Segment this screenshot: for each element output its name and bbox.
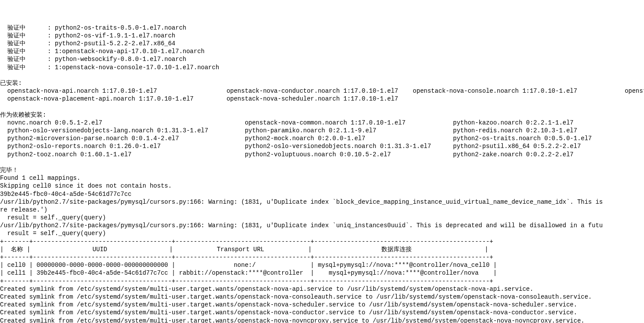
verify-line: 验证中 : python-websockify-0.8.0-1.el7.noar… — [0, 56, 186, 63]
table-separator: +-------+-------------------------------… — [0, 278, 493, 285]
installed-row: openstack-nova-api.noarch 1:17.0.10-1.el… — [0, 87, 644, 94]
message-line: result = self._query(query) — [0, 214, 106, 221]
verify-line: 验证中 : 1:openstack-nova-console-17.0.10-1… — [0, 64, 219, 71]
table-row: | cell0 | 00000000-0000-0000-0000-000000… — [0, 262, 497, 269]
message-line: /usr/lib/python2.7/site-packages/pymysql… — [0, 199, 603, 205]
installed-row: openstack-nova-placement-api.noarch 1:17… — [0, 95, 398, 102]
table-row: | cell1 | 39b2e445-fbc0-40c4-a5de-54c61d… — [0, 269, 497, 276]
table-separator: +-------+-------------------------------… — [0, 254, 493, 261]
symlink-line: Created symlink from /etc/systemd/system… — [0, 317, 584, 323]
deps-row: novnc.noarch 0:0.5.1-2.el7 openstack-nov… — [0, 119, 644, 126]
blank-line — [0, 72, 3, 79]
deps-row: python2-oslo-reports.noarch 0:1.26.0-1.e… — [0, 143, 644, 150]
done-label: 完毕！ — [0, 167, 18, 174]
symlink-line: Created symlink from /etc/systemd/system… — [0, 293, 592, 300]
terminal-output[interactable]: 验证中 : python2-os-traits-0.5.0-1.el7.noar… — [0, 24, 644, 323]
message-line: Found 1 cell mappings. — [0, 175, 80, 182]
symlink-line: Created symlink from /etc/systemd/system… — [0, 309, 577, 316]
blank-line — [0, 159, 3, 166]
message-line: result = self._query(query) — [0, 230, 106, 237]
installed-header: 已安装: — [0, 80, 22, 87]
deps-row: python2-tooz.noarch 0:1.60.1-1.el7 pytho… — [0, 151, 644, 158]
verify-line: 验证中 : python2-os-vif-1.9.1-1.el7.noarch — [0, 32, 175, 39]
deps-row: python-oslo-versionedobjects-lang.noarch… — [0, 127, 644, 134]
message-line: /usr/lib/python2.7/site-packages/pymysql… — [0, 222, 603, 229]
deps-row: python2-microversion-parse.noarch 0:0.1.… — [0, 135, 644, 142]
message-line: Skipping cell0 since it does not contain… — [0, 182, 172, 189]
message-line: 39b2e445-fbc0-40c4-a5de-54c61d77c7cc — [0, 191, 131, 198]
symlink-line: Created symlink from /etc/systemd/system… — [0, 301, 577, 308]
verify-line: 验证中 : 1:openstack-nova-api-17.0.10-1.el7… — [0, 48, 204, 55]
deps-header: 作为依赖被安装: — [0, 111, 46, 118]
table-separator: +-------+-------------------------------… — [0, 238, 493, 245]
table-header: | 名称 | UUID | Transport URL | 数据库连接 | — [0, 246, 488, 253]
verify-line: 验证中 : python2-psutil-5.2.2-2.el7.x86_64 — [0, 40, 175, 47]
message-line: re release.') — [0, 206, 47, 213]
verify-line: 验证中 : python2-os-traits-0.5.0-1.el7.noar… — [0, 24, 186, 31]
blank-line — [0, 103, 3, 110]
symlink-line: Created symlink from /etc/systemd/system… — [0, 286, 534, 293]
